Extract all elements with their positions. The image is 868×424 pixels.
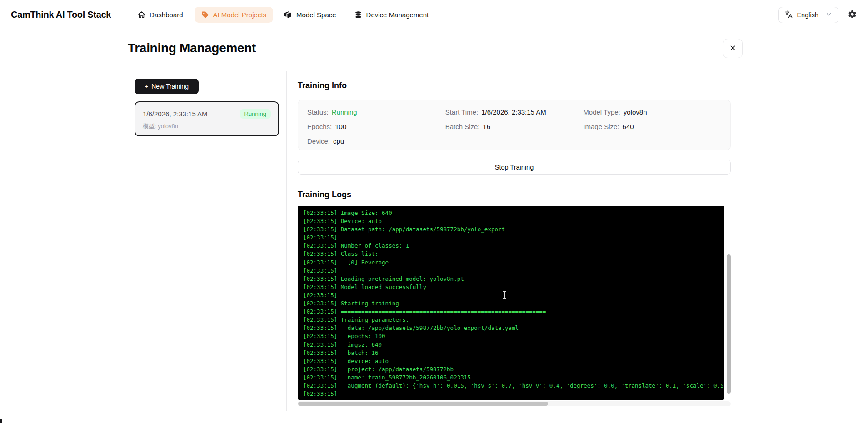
log-line: [02:33:15] Number of classes: 1 (303, 242, 719, 250)
status-badge: Running (240, 109, 271, 119)
log-line: [02:33:15] Class list: (303, 250, 719, 258)
nav-item-device-management[interactable]: Device Management (348, 7, 436, 23)
log-line: [02:33:15] imgsz: 640 (303, 341, 719, 349)
tag-icon (201, 11, 209, 19)
nav-item-ai-model-projects[interactable]: AI Model Projects (195, 7, 274, 23)
info-field-start-time: Start Time: 1/6/2026, 2:33:15 AM (445, 107, 584, 117)
log-line: [02:33:15] Model loaded successfully (303, 283, 719, 291)
plus-icon: + (145, 83, 148, 90)
close-icon (729, 44, 737, 53)
log-line: [02:33:15] Loading pretrained model: yol… (303, 275, 719, 283)
log-line: [02:33:15] device: auto (303, 357, 719, 365)
translate-icon (785, 10, 793, 20)
page-title: Training Management (128, 41, 256, 55)
status-value: Running (332, 107, 357, 117)
log-line: [02:33:15] =============================… (303, 291, 719, 299)
home-icon (138, 11, 145, 19)
log-line: [02:33:15] project: /app/datasets/598772… (303, 365, 719, 374)
log-line: [02:33:15] data: /app/datasets/598772bb/… (303, 324, 719, 332)
training-logs-title: Training Logs (298, 190, 351, 200)
info-field-image-size: Image Size: 640 (583, 122, 721, 132)
new-training-button[interactable]: + New Training (135, 79, 199, 94)
log-line: [02:33:15] augment (default): {'hsv_h': … (303, 382, 719, 390)
horizontal-scrollbar-track[interactable] (298, 401, 731, 406)
log-line: [02:33:15] batch: 16 (303, 349, 719, 357)
log-line: [02:33:15] name: train_598772bb_20260106… (303, 374, 719, 382)
main-nav: Dashboard AI Model Projects Model Space … (131, 7, 435, 23)
chevron-down-icon (825, 11, 832, 19)
corner-artifact (0, 419, 2, 423)
log-line: [02:33:15] =============================… (303, 308, 719, 316)
nav-item-dashboard[interactable]: Dashboard (131, 7, 190, 23)
close-button[interactable] (723, 39, 743, 58)
settings-button[interactable] (848, 10, 857, 20)
gear-icon (848, 10, 857, 20)
info-field-epochs: Epochs: 100 (307, 122, 445, 132)
horizontal-scrollbar-thumb[interactable] (298, 402, 548, 406)
nav-item-model-space[interactable]: Model Space (278, 7, 343, 23)
log-line: [02:33:15] Training parameters: (303, 316, 719, 324)
training-info-panel: Status: Running Start Time: 1/6/2026, 2:… (298, 100, 731, 150)
nav-item-label: Device Management (366, 11, 429, 19)
package-icon (284, 11, 292, 19)
log-line: [02:33:15] -----------------------------… (303, 390, 719, 398)
app-logo: CamThink AI Tool Stack (11, 10, 111, 20)
info-field-batch-size: Batch Size: 16 (445, 122, 584, 132)
new-training-label: New Training (151, 83, 189, 90)
log-line: [02:33:15] Dataset path: /app/datasets/5… (303, 225, 719, 234)
info-field-status: Status: Running (307, 107, 445, 117)
vertical-divider (286, 71, 287, 411)
horizontal-divider (286, 183, 743, 183)
app-header: CamThink AI Tool Stack Dashboard AI Mode… (0, 0, 868, 30)
log-line: [02:33:15] -----------------------------… (303, 267, 719, 275)
language-selector[interactable]: English (778, 7, 838, 23)
training-log-terminal[interactable]: [02:33:15] Image Size: 640[02:33:15] Dev… (298, 206, 724, 400)
header-actions: English (778, 7, 857, 23)
nav-item-label: Dashboard (150, 11, 183, 19)
training-info-title: Training Info (298, 81, 347, 90)
language-label: English (797, 11, 818, 19)
log-line: [02:33:15] Starting training (303, 299, 719, 308)
nav-item-label: Model Space (296, 11, 336, 19)
info-field-model-type: Model Type: yolov8n (583, 107, 721, 117)
log-line: [02:33:15] epochs: 100 (303, 332, 719, 340)
log-line: [02:33:15] [0] Beverage (303, 259, 719, 267)
log-line: [02:33:15] Device: auto (303, 217, 719, 225)
session-date: 1/6/2026, 2:33:15 AM (143, 110, 208, 118)
vertical-scrollbar-thumb[interactable] (727, 254, 731, 394)
text-cursor-icon (502, 291, 507, 299)
stop-training-button[interactable]: Stop Training (298, 160, 731, 175)
info-field-device: Device: cpu (307, 136, 445, 146)
database-icon (354, 11, 362, 19)
log-line: [02:33:15] Image Size: 640 (303, 209, 719, 217)
session-model: 模型: yolov8n (143, 122, 271, 130)
nav-item-label: AI Model Projects (213, 11, 267, 19)
log-line: [02:33:15] -----------------------------… (303, 234, 719, 242)
training-session-card[interactable]: 1/6/2026, 2:33:15 AM Running 模型: yolov8n (135, 101, 279, 136)
